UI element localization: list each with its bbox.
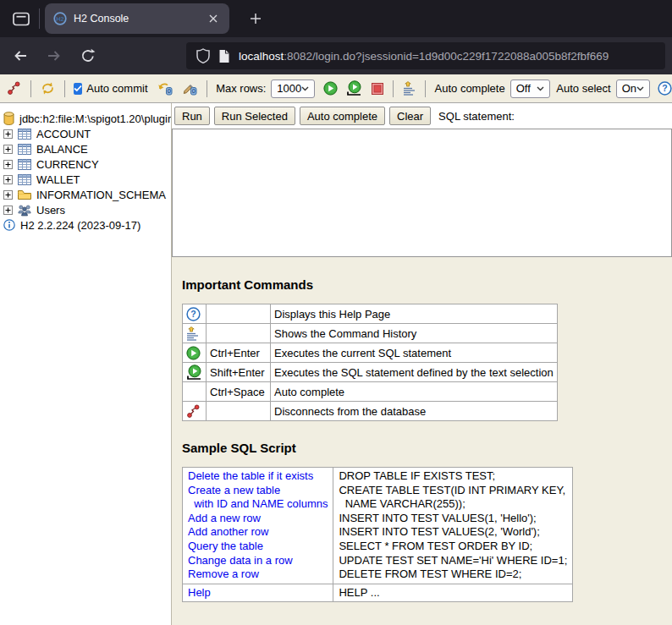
commands-tbody: ?Displays this Help PageShows the Comman…	[183, 304, 558, 421]
command-shortcut: Ctrl+Enter	[207, 343, 271, 363]
sample-links-cell: Help	[183, 584, 333, 602]
tab-title: H2 Console	[74, 13, 206, 25]
max-rows-value: 1000	[277, 82, 301, 95]
expand-icon[interactable]	[3, 160, 13, 169]
sample-sql-text: DELETE FROM TEST WHERE ID=2;	[339, 567, 567, 582]
history-icon	[186, 326, 202, 341]
auto-complete-select[interactable]: Off	[510, 79, 551, 98]
sample-link[interactable]: Change data in a row	[188, 554, 328, 568]
shield-icon[interactable]	[196, 48, 210, 63]
command-description: Shows the Command History	[271, 324, 558, 343]
command-description: Auto complete	[271, 382, 558, 402]
auto-select-select[interactable]: On	[616, 79, 650, 98]
auto-complete-button[interactable]: Auto complete	[300, 107, 385, 125]
plus-icon	[250, 13, 262, 25]
sample-link[interactable]: Remove a row	[188, 567, 328, 582]
important-commands-title: Important Commands	[182, 277, 672, 292]
expand-icon[interactable]	[3, 175, 13, 184]
sample-sql-text: CREATE TABLE TEST(ID INT PRIMARY KEY,	[339, 484, 567, 498]
back-button[interactable]	[7, 42, 34, 69]
command-row: Shift+EnterExecutes the SQL statement de…	[183, 363, 558, 382]
expand-icon[interactable]	[3, 190, 13, 200]
chevron-down-icon	[636, 86, 644, 91]
max-rows-select[interactable]: 1000	[271, 79, 315, 98]
chevron-down-icon	[537, 86, 544, 91]
page-info-icon[interactable]	[218, 49, 230, 63]
clear-button[interactable]: Clear	[389, 107, 431, 125]
command-icon-cell	[183, 402, 207, 421]
help-icon: ?	[186, 307, 202, 321]
auto-complete-value: Off	[516, 82, 531, 95]
tab-separator	[39, 8, 40, 29]
sample-link[interactable]: Help	[188, 586, 328, 600]
sample-sql-text: INSERT INTO TEST VALUES(1, 'Hello');	[339, 512, 567, 526]
tree-version-info: H2 2.2.224 (2023-09-17)	[0, 217, 171, 233]
sql-statement-textarea[interactable]	[172, 129, 672, 257]
tab-h2-console[interactable]: H2 H2 Console	[45, 3, 229, 34]
back-icon	[13, 48, 28, 63]
table-icon	[18, 159, 31, 170]
expand-icon[interactable]	[3, 206, 13, 215]
tree-item-balance[interactable]: BALANCE	[0, 141, 171, 156]
disconnect-button[interactable]	[7, 81, 21, 96]
disconnect-icon	[186, 404, 202, 419]
svg-text:?: ?	[662, 83, 667, 93]
tree-item-account[interactable]: ACCOUNT	[0, 126, 171, 141]
sample-link[interactable]: Add a new row	[188, 512, 328, 526]
reload-icon	[80, 48, 96, 63]
sample-link[interactable]: Query the table	[188, 540, 328, 554]
sample-sql-table: Delete the table if it existsCreate a ne…	[182, 467, 573, 602]
new-tab-button[interactable]	[241, 5, 270, 32]
sample-links-cell: Delete the table if it existsCreate a ne…	[183, 468, 333, 584]
h2-favicon-icon: H2	[53, 12, 67, 25]
auto-commit-checkbox[interactable]	[74, 83, 82, 95]
sample-link[interactable]: Delete the table if it exists	[188, 469, 328, 484]
run-selected-button-icon[interactable]	[346, 80, 362, 96]
table-icon	[18, 129, 31, 140]
db-tree: jdbc:h2:file:M:\spigot1.20\pluginsACCOUN…	[0, 103, 172, 625]
tree-item-currency[interactable]: CURRENCY	[0, 156, 171, 172]
firefox-view-button[interactable]	[7, 5, 36, 32]
tree-item-wallet[interactable]: WALLET	[0, 172, 171, 187]
help-button[interactable]: ?	[658, 81, 672, 96]
important-commands-table: ?Displays this Help PageShows the Comman…	[182, 304, 558, 421]
run-selected-button[interactable]: Run Selected	[214, 107, 295, 125]
expand-icon[interactable]	[3, 145, 13, 154]
tree-item-label: H2 2.2.224 (2023-09-17)	[20, 219, 140, 232]
command-history-button[interactable]	[403, 81, 416, 96]
sample-link[interactable]: with ID and NAME columns	[188, 497, 328, 512]
tree-item-information_schema[interactable]: INFORMATION_SCHEMA	[0, 187, 171, 202]
tab-close-button[interactable]	[206, 11, 221, 26]
reload-button[interactable]	[74, 42, 102, 69]
refresh-button[interactable]	[41, 81, 55, 96]
command-icon-cell: ?	[183, 304, 207, 324]
sample-row: HelpHELP ...	[183, 584, 573, 602]
run-button-icon[interactable]	[323, 81, 338, 96]
expand-icon[interactable]	[3, 129, 13, 139]
toolbar-separator	[64, 80, 65, 97]
rollback-button[interactable]: 0	[183, 82, 197, 96]
navigation-bar: localhost:8082/login.do?jsessionid=1d9d0…	[0, 37, 672, 74]
url-path: :8082/login.do?jsessionid=1d9d00c229f172…	[284, 50, 609, 63]
url-text: localhost:8082/login.do?jsessionid=1d9d0…	[239, 50, 609, 63]
sample-link[interactable]: Create a new table	[188, 484, 328, 498]
sample-sql-text: SELECT * FROM TEST ORDER BY ID;	[339, 540, 567, 554]
tree-root-database[interactable]: jdbc:h2:file:M:\spigot1.20\plugins	[0, 111, 171, 126]
check-icon	[74, 85, 82, 92]
samples-tbody: Delete the table if it existsCreate a ne…	[183, 468, 573, 602]
sample-link[interactable]: Add another row	[188, 525, 328, 540]
sample-row: Delete the table if it existsCreate a ne…	[183, 468, 573, 584]
auto-select-value: On	[622, 82, 636, 95]
forward-icon	[47, 48, 62, 63]
frames: jdbc:h2:file:M:\spigot1.20\pluginsACCOUN…	[0, 103, 672, 625]
svg-text:0: 0	[191, 87, 195, 95]
tree-item-users[interactable]: Users	[0, 202, 171, 217]
forward-button[interactable]	[41, 42, 68, 69]
query-toolbar: Run Run Selected Auto complete Clear SQL…	[172, 103, 672, 129]
address-bar[interactable]: localhost:8082/login.do?jsessionid=1d9d0…	[186, 42, 665, 69]
url-host: localhost	[239, 50, 284, 63]
commit-button[interactable]: 0	[157, 82, 174, 96]
auto-complete-label: Auto complete	[435, 82, 505, 95]
cancel-statement-button[interactable]	[372, 83, 383, 95]
run-button[interactable]: Run	[174, 107, 210, 125]
